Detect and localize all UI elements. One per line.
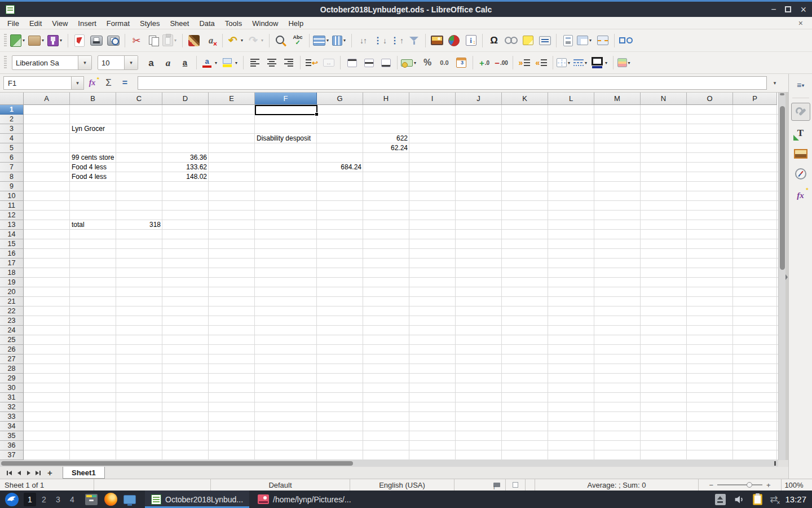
- row-header-14[interactable]: 14: [0, 230, 24, 239]
- comment-button[interactable]: [520, 32, 536, 49]
- formula-input[interactable]: [138, 76, 767, 90]
- row-header-10[interactable]: 10: [0, 191, 24, 201]
- menu-item-format[interactable]: Format: [102, 18, 135, 29]
- percent-button[interactable]: [420, 54, 435, 71]
- cell-area[interactable]: Lyn GrocerDisability desposit62262.2499 …: [0, 93, 778, 460]
- sidebar-tab-functions[interactable]: [791, 186, 810, 204]
- menu-item-tools[interactable]: Tools: [220, 18, 247, 29]
- align-bottom-button[interactable]: [378, 54, 394, 71]
- sort-button[interactable]: [355, 32, 371, 49]
- name-box[interactable]: F1: [3, 76, 71, 90]
- zoom-level[interactable]: 100%: [782, 479, 812, 491]
- cell-G7[interactable]: 684.24: [317, 163, 363, 172]
- row-header-29[interactable]: 29: [0, 374, 24, 383]
- text-box-button[interactable]: [537, 32, 553, 49]
- bold-button[interactable]: [143, 54, 159, 71]
- dropdown-arrow-icon[interactable]: ▾: [568, 60, 572, 65]
- removable-media-icon[interactable]: [715, 494, 726, 505]
- column-header-K[interactable]: K: [502, 93, 548, 105]
- dropdown-arrow-icon[interactable]: ▾: [343, 38, 348, 43]
- font-color-button[interactable]: ▾: [200, 54, 219, 71]
- row-header-33[interactable]: 33: [0, 412, 24, 422]
- add-sheet-button[interactable]: +: [45, 468, 55, 478]
- files-launcher[interactable]: [84, 492, 99, 507]
- next-sheet-button[interactable]: [24, 468, 33, 478]
- border-style-button[interactable]: ▾: [573, 54, 589, 71]
- dropdown-arrow-icon[interactable]: ▾: [628, 60, 633, 65]
- sum-button[interactable]: Σ: [101, 76, 116, 90]
- cell-D7[interactable]: 133.62: [162, 163, 209, 172]
- workspace-4[interactable]: 4: [66, 493, 78, 506]
- underline-button[interactable]: [177, 54, 193, 71]
- close-button[interactable]: ×: [800, 5, 806, 15]
- column-header-C[interactable]: C: [116, 93, 162, 105]
- name-box-dropdown[interactable]: ▾: [71, 76, 84, 90]
- row-header-32[interactable]: 32: [0, 402, 24, 412]
- column-header-M[interactable]: M: [594, 93, 641, 105]
- insert-image-button[interactable]: [429, 32, 445, 49]
- toolbar-grip[interactable]: [4, 34, 7, 47]
- dropdown-arrow-icon[interactable]: ▾: [605, 60, 610, 65]
- row-header-15[interactable]: 15: [0, 239, 24, 249]
- menu-item-data[interactable]: Data: [194, 18, 219, 29]
- row-header-11[interactable]: 11: [0, 201, 24, 211]
- row-header-6[interactable]: 6: [0, 153, 24, 163]
- undo-button[interactable]: ▾: [226, 32, 245, 49]
- insert-chart-button[interactable]: [446, 32, 462, 49]
- close-document-button[interactable]: ×: [798, 19, 803, 27]
- row-header-17[interactable]: 17: [0, 259, 24, 268]
- column-header-F[interactable]: F: [255, 93, 317, 105]
- select-all-button[interactable]: [0, 93, 24, 105]
- conditional-formatting-button[interactable]: ▾: [617, 54, 633, 71]
- row-header-22[interactable]: 22: [0, 306, 24, 316]
- row-button[interactable]: ▾: [313, 32, 331, 49]
- cell-B6[interactable]: 99 cents store: [70, 153, 116, 163]
- export-pdf-button[interactable]: [72, 32, 87, 49]
- menu-item-sheet[interactable]: Sheet: [165, 18, 194, 29]
- number-button[interactable]: [436, 54, 452, 71]
- align-center-button[interactable]: [264, 54, 280, 71]
- sort-descending-button[interactable]: [389, 32, 405, 49]
- workspace-1[interactable]: 1: [24, 493, 36, 506]
- menu-item-help[interactable]: Help: [283, 18, 308, 29]
- date-button[interactable]: [453, 54, 469, 71]
- add-decimal-button[interactable]: [476, 54, 492, 71]
- menu-item-insert[interactable]: Insert: [73, 18, 102, 29]
- zoom-slider[interactable]: − +: [699, 481, 781, 489]
- volume-icon[interactable]: [733, 493, 745, 506]
- sidebar-tab-styles[interactable]: [791, 124, 810, 142]
- sidebar-tab-navigator[interactable]: [791, 165, 810, 183]
- dropdown-arrow-icon[interactable]: ▾: [241, 38, 245, 43]
- menu-item-window[interactable]: Window: [247, 18, 283, 29]
- zoom-thumb[interactable]: [747, 482, 752, 488]
- row-header-19[interactable]: 19: [0, 278, 24, 287]
- align-top-button[interactable]: [344, 54, 360, 71]
- cell-B8[interactable]: Food 4 less: [70, 172, 116, 182]
- dropdown-arrow-icon[interactable]: ▾: [174, 38, 179, 43]
- highlight-color-button[interactable]: ▾: [220, 54, 240, 71]
- cut-button[interactable]: [129, 32, 144, 49]
- new-button[interactable]: ▾: [10, 32, 27, 49]
- zoom-out-button[interactable]: −: [709, 481, 713, 489]
- toolbar-grip[interactable]: [4, 56, 7, 69]
- column-header-O[interactable]: O: [687, 93, 733, 105]
- taskbar-window-1[interactable]: October2018Lynbud...: [145, 491, 249, 508]
- clock[interactable]: 13:27: [785, 494, 806, 504]
- restore-button[interactable]: [785, 6, 791, 12]
- row-header-8[interactable]: 8: [0, 172, 24, 182]
- copy-button[interactable]: [145, 32, 161, 49]
- equals-button[interactable]: =: [117, 76, 133, 90]
- dropdown-arrow-icon[interactable]: ▾: [215, 60, 219, 65]
- sidebar-settings-button[interactable]: ≡: [791, 76, 810, 94]
- menu-item-styles[interactable]: Styles: [135, 18, 165, 29]
- split-handle[interactable]: [774, 461, 776, 466]
- pivot-table-button[interactable]: [463, 32, 479, 49]
- zoom-track[interactable]: [717, 484, 762, 485]
- currency-button[interactable]: ▾: [401, 54, 418, 71]
- column-header-H[interactable]: H: [363, 93, 409, 105]
- horizontal-scrollbar[interactable]: [0, 460, 778, 467]
- column-header-L[interactable]: L: [548, 93, 594, 105]
- headers-footers-button[interactable]: [560, 32, 576, 49]
- firefox-launcher[interactable]: [103, 492, 118, 507]
- special-character-button[interactable]: [486, 32, 502, 49]
